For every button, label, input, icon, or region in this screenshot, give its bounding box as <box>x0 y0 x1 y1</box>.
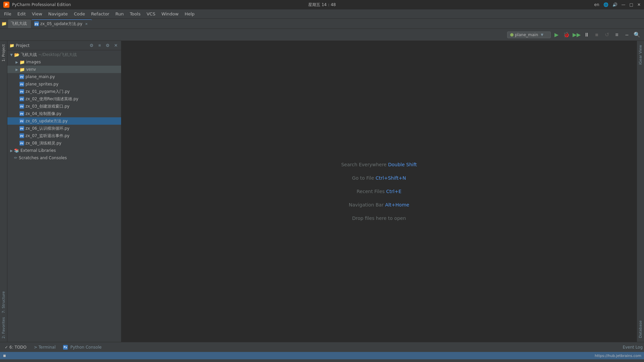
menu-navigate[interactable]: Navigate <box>46 11 70 17</box>
editor-hint-recent: Recent Files Ctrl+E <box>357 189 401 194</box>
tab-active-file[interactable]: py zx_05_update方法.py ✕ <box>32 19 92 28</box>
tree-root-item[interactable]: ▼ 📂 飞机大战 ~/Desktop/飞机大战 <box>7 51 121 58</box>
run-button[interactable]: ▶ <box>552 31 561 39</box>
bottom-tab-terminal[interactable]: > Terminal <box>31 343 59 351</box>
editor-hint-drop: Drop files here to open <box>352 216 406 221</box>
tree-venv-folder[interactable]: ▶ 📁 venv <box>7 66 121 73</box>
tree-scratches[interactable]: ✏️ Scratches and Consoles <box>7 154 121 162</box>
menu-bar: File Edit View Navigate Code Refactor Ru… <box>0 9 644 19</box>
tree-file-zx02[interactable]: py zx_02_使用Rect描述英雄.py <box>7 95 121 103</box>
system-bar: P PyCharm Professional Edition 星期五 14：48… <box>0 0 644 9</box>
ext-lib-icon: 📚 <box>14 148 19 153</box>
tab-bar: 📁 飞机大战 py zx_05_update方法.py ✕ <box>0 19 644 29</box>
bottom-tab-python-console[interactable]: Py Python Console <box>60 343 105 351</box>
terminal-icon: > <box>34 345 37 350</box>
tree-view: ▼ 📂 飞机大战 ~/Desktop/飞机大战 ▶ 📁 images ▶ 📁 v <box>7 50 121 342</box>
app-icon: P <box>3 2 9 8</box>
hint-goto-text: Go to File <box>352 175 374 181</box>
reload-button[interactable]: ↺ <box>602 31 611 39</box>
run-config-label: plane_main <box>515 33 538 37</box>
search-toolbar-button[interactable]: 🔍 <box>633 31 641 39</box>
tree-venv-label: venv <box>26 67 36 72</box>
language-label[interactable]: en <box>594 2 599 7</box>
tab-favorites-vertical[interactable]: 2: Favorites <box>1 315 6 341</box>
tree-images-arrow: ▶ <box>14 60 19 64</box>
menu-run[interactable]: Run <box>113 11 126 17</box>
project-panel: 📁 Project ⚙ ≡ ⚙ ✕ ▼ 📂 飞机大战 ~/Desktop/飞机大… <box>7 41 121 342</box>
window-maximize-btn[interactable]: □ <box>630 2 633 7</box>
tree-file-zx04[interactable]: py zx_04_绘制图像.py <box>7 110 121 117</box>
py-icon-zx05: py <box>19 119 24 123</box>
venv-folder-icon: 📁 <box>19 67 25 72</box>
hint-navbar-shortcut: Alt+Home <box>385 202 409 207</box>
system-bar-right: en 🌐 🔊 — □ ✕ <box>594 2 641 7</box>
menu-tools[interactable]: Tools <box>127 11 143 17</box>
menu-refactor[interactable]: Refactor <box>88 11 112 17</box>
py-icon-plane-sprites: py <box>19 82 24 86</box>
tree-file-zx07[interactable]: py zx_07_监听退出事件.py <box>7 132 121 139</box>
tree-file-plane-sprites[interactable]: py plane_sprites.py <box>7 80 121 88</box>
py-icon-zx07: py <box>19 133 24 138</box>
tab-project-vertical[interactable]: 1: Project <box>1 42 6 64</box>
debug-button[interactable]: 🐞 <box>562 31 571 39</box>
menu-window[interactable]: Window <box>159 11 181 17</box>
event-log-btn[interactable]: Event Log <box>623 345 643 350</box>
run-config-dot <box>510 33 514 37</box>
editor-hint-goto: Go to File Ctrl+Shift+N <box>352 175 406 181</box>
attach-debugger-button[interactable]: ⏸ <box>582 31 591 39</box>
root-folder-icon: 📂 <box>14 52 19 57</box>
tree-file-label-zx07: zx_07_监听退出事件.py <box>25 133 69 139</box>
project-collapse-btn[interactable]: ≡ <box>96 42 103 49</box>
run-with-coverage-button[interactable]: ▶▶ <box>572 31 581 39</box>
status-left: ⏹ <box>3 354 6 358</box>
menu-vcs[interactable]: VCS <box>144 11 158 17</box>
tree-file-zx05[interactable]: py zx_05_update方法.py <box>7 117 121 125</box>
system-bar-datetime: 星期五 14：48 <box>308 2 336 8</box>
images-folder-icon: 📁 <box>19 60 25 64</box>
tree-root-arrow: ▼ <box>9 53 14 57</box>
window-minimize-btn[interactable]: — <box>622 2 626 7</box>
bottom-tab-todo-label: 6: TODO <box>9 345 26 350</box>
minimize-toolbar-button[interactable]: – <box>623 31 631 39</box>
status-right: https://hub.jetbrains.com <box>595 354 641 358</box>
database-tab[interactable]: Database <box>638 318 643 341</box>
window-close-btn[interactable]: ✕ <box>637 2 641 7</box>
tree-file-label-plane-sprites: plane_sprites.py <box>25 82 58 86</box>
menu-file[interactable]: File <box>1 11 14 17</box>
menu-code[interactable]: Code <box>71 11 88 17</box>
tree-file-zx08[interactable]: py zx_08_演练精灵.py <box>7 139 121 147</box>
py-icon-zx01: py <box>19 89 24 94</box>
bottom-toolbar: ✓ 6: TODO > Terminal Py Python Console E… <box>0 342 644 352</box>
tab-close-icon[interactable]: ✕ <box>85 22 88 26</box>
project-settings-btn[interactable]: ⚙ <box>88 42 95 49</box>
bottom-tab-todo[interactable]: ✓ 6: TODO <box>1 343 30 351</box>
tab-active-file-label: zx_05_update方法.py <box>40 21 82 27</box>
tab-structure-vertical[interactable]: 7: Structure <box>1 289 6 315</box>
igear-view-tab[interactable]: iGear View <box>638 42 643 67</box>
app-name-label: PyCharm Professional Edition <box>12 2 71 7</box>
tree-file-label-zx02: zx_02_使用Rect描述英雄.py <box>25 96 78 102</box>
tree-scratches-label: Scratches and Consoles <box>19 156 67 160</box>
tree-ext-arrow: ▶ <box>9 149 14 153</box>
stop-button[interactable]: ■ <box>592 31 601 39</box>
tree-external-libraries[interactable]: ▶ 📚 External Libraries <box>7 147 121 154</box>
tree-file-plane-main[interactable]: py plane_main.py <box>7 73 121 80</box>
more-toolbar-button[interactable]: ≡ <box>612 31 621 39</box>
python-console-icon: Py <box>63 345 68 350</box>
tab-project-root[interactable]: 飞机大战 <box>8 19 31 28</box>
tree-images-folder[interactable]: ▶ 📁 images <box>7 58 121 66</box>
project-close-btn[interactable]: ✕ <box>112 42 119 49</box>
tree-file-zx03[interactable]: py zx_03_创建游戏窗口.py <box>7 103 121 110</box>
hint-recent-text: Recent Files <box>357 189 385 194</box>
menu-edit[interactable]: Edit <box>15 11 29 17</box>
tree-venv-arrow: ▶ <box>14 68 19 71</box>
tree-file-label-plane-main: plane_main.py <box>25 74 55 79</box>
menu-help[interactable]: Help <box>182 11 197 17</box>
run-config-selector[interactable]: plane_main ▼ <box>507 32 551 38</box>
project-gear-btn[interactable]: ⚙ <box>104 42 111 49</box>
menu-view[interactable]: View <box>29 11 45 17</box>
py-icon-plane-main: py <box>19 74 24 79</box>
toolbar: plane_main ▼ ▶ 🐞 ▶▶ ⏸ ■ ↺ ≡ – 🔍 <box>0 29 644 41</box>
tree-file-zx01[interactable]: py zx_01_pygame入门.py <box>7 88 121 95</box>
tree-file-zx06[interactable]: py zx_06_认识模块循环.py <box>7 125 121 132</box>
